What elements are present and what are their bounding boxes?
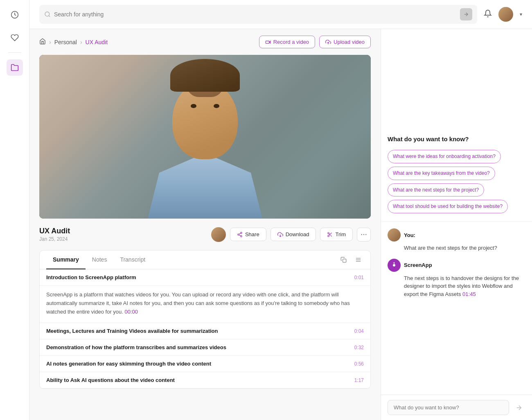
suggestion-chip[interactable]: What are the next steps for the project? <box>388 183 484 197</box>
chat-message-ai: ScreenApp The next steps is to handover … <box>388 259 525 298</box>
summary-body-text: ScreenApp is a platform that watches vid… <box>46 291 364 316</box>
download-button[interactable]: Download <box>271 228 316 241</box>
summary-row[interactable]: Meetings, Lectures and Training Videos a… <box>40 323 370 339</box>
summary-timestamp[interactable]: 0:04 <box>354 328 364 334</box>
search-submit-button[interactable] <box>460 8 472 20</box>
content-area: › Personal › UX Audit Record a video Upl… <box>29 29 532 420</box>
video-title: UX Audit <box>39 227 70 235</box>
right-panel: What do you want to know? What were the … <box>381 29 532 420</box>
svg-point-22 <box>393 264 395 266</box>
summary-row-title: Ability to Ask AI questions about the vi… <box>46 377 175 383</box>
video-player[interactable] <box>39 55 371 219</box>
breadcrumb-personal[interactable]: Personal <box>54 39 77 45</box>
notification-icon[interactable] <box>484 9 492 20</box>
video-info: UX Audit Jan 25, 2024 Share Download <box>39 225 371 244</box>
menu-icon[interactable] <box>352 254 364 266</box>
topbar-actions: ▾ <box>484 7 522 22</box>
summary-timestamp[interactable]: 1:17 <box>354 377 364 383</box>
svg-line-10 <box>239 235 241 235</box>
record-video-button[interactable]: Record a video <box>259 36 315 48</box>
suggestion-chip[interactable]: What were the ideas for onboarding activ… <box>388 150 501 163</box>
summary-content: Introduction to ScreenApp platform 0:01 … <box>40 269 370 388</box>
breadcrumb-home-icon[interactable] <box>39 38 46 46</box>
summary-row[interactable]: Ability to Ask AI questions about the vi… <box>40 372 370 388</box>
summary-timestamp-link[interactable]: 00:00 <box>125 309 138 315</box>
svg-line-16 <box>331 235 332 236</box>
video-date: Jan 25, 2024 <box>39 236 70 242</box>
summary-row-title: AI notes generation for easy skimming th… <box>46 361 211 367</box>
breadcrumb-sep2: › <box>80 39 82 45</box>
user-chat-name: You: <box>404 232 415 238</box>
svg-point-14 <box>328 235 329 237</box>
more-options-button[interactable]: ⋯ <box>357 228 371 242</box>
share-label: Share <box>245 231 259 237</box>
ai-chat-text: The next steps is to handover the design… <box>388 274 525 298</box>
user-chat-text: What are the next steps for the project? <box>388 244 525 252</box>
summary-timestamp[interactable]: 0:01 <box>354 275 364 280</box>
user-avatar-topbar[interactable] <box>498 7 513 22</box>
breadcrumb-sep1: › <box>49 39 51 45</box>
svg-line-17 <box>329 233 330 234</box>
main-content: ▾ › Personal › UX Audit <box>29 0 532 420</box>
breadcrumb-actions: Record a video Upload video <box>259 36 371 48</box>
summary-row-title: Meetings, Lectures and Training Videos a… <box>46 328 218 334</box>
trim-button[interactable]: Trim <box>320 228 353 241</box>
share-button[interactable]: Share <box>230 228 266 241</box>
summary-row[interactable]: AI notes generation for easy skimming th… <box>40 356 370 372</box>
chat-sender-user: You: <box>388 228 525 242</box>
sidebar-icon-favorites[interactable] <box>7 29 23 46</box>
summary-row[interactable]: Demonstration of how the platform transc… <box>40 339 370 356</box>
ai-suggestions: What do you want to know? What were the … <box>381 29 532 222</box>
video-title-block: UX Audit Jan 25, 2024 <box>39 227 70 242</box>
user-menu-chevron[interactable]: ▾ <box>520 11 522 17</box>
tab-notes[interactable]: Notes <box>86 251 114 269</box>
svg-point-8 <box>238 234 239 235</box>
chat-input-area <box>381 395 532 420</box>
summary-row-title: Demonstration of how the platform transc… <box>46 344 226 350</box>
summary-timestamp[interactable]: 0:32 <box>354 345 364 350</box>
suggestion-chip[interactable]: What are the key takeaways from the vide… <box>388 167 495 180</box>
ai-title: What do you want to know? <box>388 135 525 142</box>
summary-row-title: Introduction to ScreenApp platform <box>46 274 136 280</box>
sidebar-icon-history[interactable] <box>7 7 23 23</box>
suggestion-chip[interactable]: What tool should be used for building th… <box>388 200 508 213</box>
chat-sender-ai: ScreenApp <box>388 259 525 272</box>
upload-video-label: Upload video <box>334 39 365 45</box>
chat-input[interactable] <box>388 400 509 415</box>
upload-video-button[interactable]: Upload video <box>319 36 371 48</box>
suggestions-list: What were the ideas for onboarding activ… <box>388 148 525 215</box>
trim-label: Trim <box>335 231 346 237</box>
tabs-header: Summary Notes Transcript <box>40 251 370 269</box>
video-actions: Share Download Trim ⋯ <box>211 227 371 242</box>
left-panel: › Personal › UX Audit Record a video Upl… <box>29 29 381 420</box>
sidebar-divider <box>8 52 21 53</box>
svg-rect-18 <box>343 259 346 262</box>
download-label: Download <box>286 231 309 237</box>
ai-timestamp-link[interactable]: 01:45 <box>462 291 476 297</box>
svg-rect-4 <box>266 41 269 43</box>
user-chat-avatar <box>388 228 401 242</box>
breadcrumb-nav: › Personal › UX Audit <box>39 38 108 46</box>
svg-point-13 <box>328 232 329 234</box>
video-owner-avatar[interactable] <box>211 227 226 242</box>
chat-messages: You: What are the next steps for the pro… <box>381 222 532 395</box>
summary-row[interactable]: Introduction to ScreenApp platform 0:01 <box>40 269 370 286</box>
copy-icon[interactable] <box>338 254 349 266</box>
record-video-label: Record a video <box>273 39 309 45</box>
summary-timestamp[interactable]: 0:56 <box>354 361 364 367</box>
svg-point-7 <box>241 232 242 234</box>
breadcrumb-current[interactable]: UX Audit <box>86 39 108 45</box>
chat-message-user: You: What are the next steps for the pro… <box>388 228 525 252</box>
sidebar <box>0 0 29 420</box>
ai-chat-avatar <box>388 259 401 272</box>
tab-transcript[interactable]: Transcript <box>113 251 152 269</box>
search-input[interactable] <box>54 11 457 18</box>
chat-send-button[interactable] <box>512 401 525 414</box>
sidebar-icon-folder[interactable] <box>7 59 23 76</box>
breadcrumb: › Personal › UX Audit Record a video Upl… <box>39 36 371 48</box>
svg-line-11 <box>239 233 241 234</box>
tab-summary[interactable]: Summary <box>46 251 86 269</box>
tabs-container: Summary Notes Transcript <box>39 250 371 389</box>
summary-body: ScreenApp is a platform that watches vid… <box>40 286 370 323</box>
svg-point-9 <box>241 235 242 237</box>
